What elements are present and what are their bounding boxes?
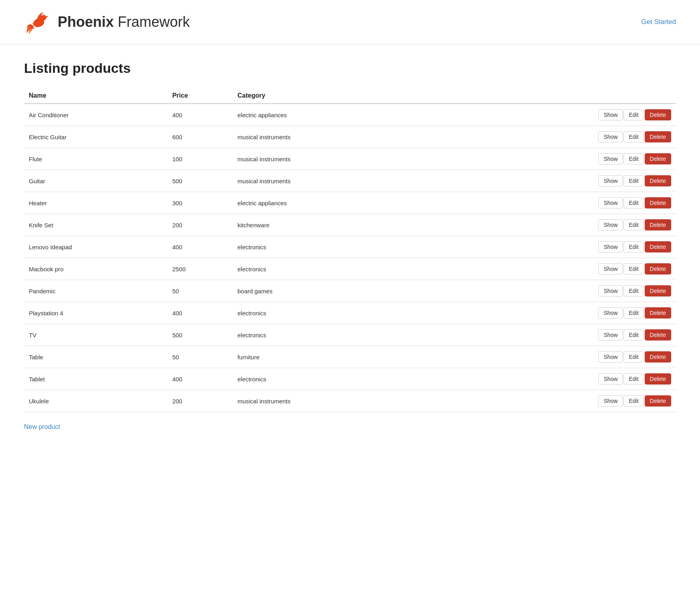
show-button[interactable]: Show <box>598 153 623 164</box>
product-name: Knife Set <box>24 214 167 236</box>
col-header-category: Category <box>233 88 441 104</box>
product-price: 200 <box>167 214 233 236</box>
product-category: musical instruments <box>233 148 441 170</box>
col-header-price: Price <box>167 88 233 104</box>
product-name: Heater <box>24 192 167 214</box>
delete-button[interactable]: Delete <box>645 285 671 296</box>
edit-button[interactable]: Edit <box>624 109 644 120</box>
table-row: Pandemic50board gamesShowEditDelete <box>24 280 676 302</box>
delete-button[interactable]: Delete <box>645 373 671 385</box>
table-body: Air Conditioner400electric appliancesSho… <box>24 104 676 412</box>
delete-button[interactable]: Delete <box>645 153 671 164</box>
new-product-link[interactable]: New product <box>24 423 60 431</box>
edit-button[interactable]: Edit <box>624 285 644 296</box>
col-header-actions <box>441 88 676 104</box>
delete-button[interactable]: Delete <box>645 219 671 230</box>
show-button[interactable]: Show <box>598 285 623 296</box>
product-category: board games <box>233 280 441 302</box>
edit-button[interactable]: Edit <box>624 153 644 164</box>
phoenix-logo-icon <box>24 8 52 36</box>
table-row: Guitar500musical instrumentsShowEditDele… <box>24 170 676 192</box>
product-actions: ShowEditDelete <box>441 170 676 192</box>
product-actions: ShowEditDelete <box>441 324 676 346</box>
show-button[interactable]: Show <box>598 131 623 142</box>
delete-button[interactable]: Delete <box>645 263 671 274</box>
show-button[interactable]: Show <box>598 109 623 120</box>
edit-button[interactable]: Edit <box>624 219 644 230</box>
get-started-link[interactable]: Get Started <box>641 18 676 26</box>
product-category: electronics <box>233 258 441 280</box>
edit-button[interactable]: Edit <box>624 241 644 252</box>
show-button[interactable]: Show <box>598 373 623 385</box>
delete-button[interactable]: Delete <box>645 109 671 120</box>
main-content: Listing products Name Price Category Air… <box>0 44 700 447</box>
delete-button[interactable]: Delete <box>645 241 671 252</box>
product-name: TV <box>24 324 167 346</box>
product-actions: ShowEditDelete <box>441 390 676 412</box>
product-price: 500 <box>167 324 233 346</box>
delete-button[interactable]: Delete <box>645 175 671 186</box>
show-button[interactable]: Show <box>598 219 623 230</box>
product-name: Flute <box>24 148 167 170</box>
product-actions: ShowEditDelete <box>441 302 676 324</box>
edit-button[interactable]: Edit <box>624 131 644 142</box>
table-row: Lenovo Ideapad400electronicsShowEditDele… <box>24 236 676 258</box>
product-category: electric appliances <box>233 192 441 214</box>
table-header: Name Price Category <box>24 88 676 104</box>
product-actions: ShowEditDelete <box>441 192 676 214</box>
site-header: Phoenix Framework Get Started <box>0 0 700 44</box>
table-row: Flute100musical instrumentsShowEditDelet… <box>24 148 676 170</box>
product-price: 50 <box>167 346 233 368</box>
product-category: musical instruments <box>233 170 441 192</box>
delete-button[interactable]: Delete <box>645 351 671 363</box>
product-name: Ukulele <box>24 390 167 412</box>
product-actions: ShowEditDelete <box>441 236 676 258</box>
show-button[interactable]: Show <box>598 197 623 208</box>
edit-button[interactable]: Edit <box>624 329 644 341</box>
product-actions: ShowEditDelete <box>441 368 676 390</box>
delete-button[interactable]: Delete <box>645 307 671 319</box>
edit-button[interactable]: Edit <box>624 351 644 363</box>
table-row: Air Conditioner400electric appliancesSho… <box>24 104 676 126</box>
product-actions: ShowEditDelete <box>441 148 676 170</box>
product-price: 100 <box>167 148 233 170</box>
delete-button[interactable]: Delete <box>645 329 671 341</box>
edit-button[interactable]: Edit <box>624 263 644 274</box>
product-name: Macbook pro <box>24 258 167 280</box>
product-price: 500 <box>167 170 233 192</box>
product-category: electronics <box>233 302 441 324</box>
logo-text: Phoenix Framework <box>58 14 190 30</box>
product-actions: ShowEditDelete <box>441 104 676 126</box>
product-name: Lenovo Ideapad <box>24 236 167 258</box>
delete-button[interactable]: Delete <box>645 197 671 208</box>
show-button[interactable]: Show <box>598 395 623 407</box>
show-button[interactable]: Show <box>598 241 623 252</box>
table-row: Tablet400electronicsShowEditDelete <box>24 368 676 390</box>
product-category: musical instruments <box>233 390 441 412</box>
table-row: Playstation 4400electronicsShowEditDelet… <box>24 302 676 324</box>
delete-button[interactable]: Delete <box>645 131 671 142</box>
show-button[interactable]: Show <box>598 263 623 274</box>
product-price: 300 <box>167 192 233 214</box>
svg-marker-2 <box>46 16 48 18</box>
show-button[interactable]: Show <box>598 329 623 341</box>
product-actions: ShowEditDelete <box>441 346 676 368</box>
product-name: Tablet <box>24 368 167 390</box>
edit-button[interactable]: Edit <box>624 175 644 186</box>
edit-button[interactable]: Edit <box>624 197 644 208</box>
edit-button[interactable]: Edit <box>624 307 644 319</box>
edit-button[interactable]: Edit <box>624 395 644 407</box>
product-category: electronics <box>233 236 441 258</box>
product-category: furniture <box>233 346 441 368</box>
product-price: 2500 <box>167 258 233 280</box>
product-price: 400 <box>167 302 233 324</box>
delete-button[interactable]: Delete <box>645 395 671 407</box>
show-button[interactable]: Show <box>598 307 623 319</box>
col-header-name: Name <box>24 88 167 104</box>
product-name: Pandemic <box>24 280 167 302</box>
show-button[interactable]: Show <box>598 175 623 186</box>
edit-button[interactable]: Edit <box>624 373 644 385</box>
show-button[interactable]: Show <box>598 351 623 363</box>
product-category: electronics <box>233 368 441 390</box>
product-category: musical instruments <box>233 126 441 148</box>
